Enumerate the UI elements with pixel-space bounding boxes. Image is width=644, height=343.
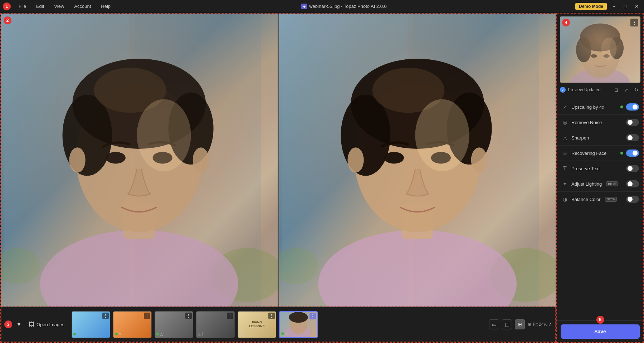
svg-point-41 bbox=[610, 37, 624, 59]
badge-2: 2 bbox=[4, 16, 11, 24]
balance-color-icon: ◑ bbox=[561, 196, 569, 203]
window-title-text: webinar-55.jpg - Topaz Photo AI 2.0.0 bbox=[309, 4, 387, 9]
save-area: 5 Save bbox=[557, 320, 643, 342]
preview-status-right: ⊡ ⤢ ↻ bbox=[612, 85, 640, 94]
feature-noise-left: ◎ Remove Noise bbox=[561, 119, 602, 126]
film-item-badge-2: ✎ bbox=[115, 332, 122, 336]
svg-rect-37 bbox=[595, 63, 605, 75]
refresh-button[interactable]: ↻ bbox=[632, 85, 640, 94]
open-images-button[interactable]: 🖼 Open Images bbox=[26, 320, 67, 329]
adjust-lighting-toggle[interactable] bbox=[626, 180, 639, 187]
feature-color-right bbox=[626, 196, 639, 203]
minimize-button[interactable]: − bbox=[610, 2, 618, 11]
save-button[interactable]: Save bbox=[561, 324, 640, 339]
canvas-area: 2 bbox=[1, 14, 556, 307]
feature-lighting-left: ✦ Adjust Lighting BETA bbox=[561, 180, 618, 187]
recovering-face-toggle[interactable] bbox=[626, 150, 639, 157]
film-item-3[interactable]: ⋮ △ bbox=[155, 311, 193, 338]
canvas-before bbox=[1, 14, 278, 307]
film-item-badge-3: △ bbox=[156, 332, 163, 336]
filmstrip-left-controls: 3 ▼ 🖼 Open Images bbox=[4, 320, 72, 329]
film-item-menu-2[interactable]: ⋮ bbox=[144, 313, 150, 319]
preview-updated-label: Preview Updated bbox=[568, 87, 600, 92]
preview-menu-button[interactable]: ⋮ bbox=[630, 19, 638, 26]
svg-point-28 bbox=[384, 152, 404, 164]
zoom-expand-icon[interactable]: ∧ bbox=[549, 322, 552, 327]
feature-adjust-lighting: ✦ Adjust Lighting BETA bbox=[557, 176, 643, 192]
expand-button[interactable]: ⤢ bbox=[622, 85, 630, 94]
feature-balance-color: ◑ Balance Color BETA bbox=[557, 192, 643, 207]
menu-bar: 1 File Edit View Account Help bbox=[3, 2, 113, 10]
recovering-face-label: Recovering Face bbox=[571, 151, 606, 156]
svg-point-31 bbox=[471, 147, 487, 173]
face-status-dot bbox=[620, 152, 623, 155]
demo-mode-button[interactable]: Demo Mode bbox=[575, 3, 607, 10]
menu-view[interactable]: View bbox=[52, 2, 66, 10]
preserve-text-icon: T bbox=[561, 165, 569, 172]
preview-check-icon: ✓ bbox=[560, 87, 566, 93]
balance-color-beta-badge: BETA bbox=[605, 197, 617, 202]
film-item-menu-5[interactable]: ⋮ bbox=[268, 313, 275, 319]
split-vertical-view-button[interactable]: ◫ bbox=[502, 319, 512, 329]
balance-color-label: Balance Color bbox=[571, 197, 601, 202]
film-item-menu-3[interactable]: ⋮ bbox=[185, 313, 192, 319]
app-logo-icon: ◆ bbox=[301, 4, 307, 9]
T-icon-2: T bbox=[243, 332, 245, 336]
feature-face-left: ☺ Recovering Face bbox=[561, 150, 606, 157]
preview-image bbox=[560, 16, 640, 83]
features-list: ↗ Upscaling by 4x ◎ Remove Noise bbox=[557, 98, 643, 320]
crop-button[interactable]: ⊡ bbox=[612, 85, 620, 94]
svg-point-12 bbox=[106, 152, 126, 164]
single-view-button[interactable]: ▭ bbox=[489, 319, 499, 329]
badge-3: 3 bbox=[4, 320, 12, 328]
before-image bbox=[1, 14, 278, 307]
svg-point-35 bbox=[289, 312, 308, 323]
titlebar: 1 File Edit View Account Help ◆ webinar-… bbox=[0, 0, 644, 13]
film-item-4[interactable]: ⋮ △ T bbox=[196, 311, 235, 338]
feature-remove-noise: ◎ Remove Noise bbox=[557, 115, 643, 130]
film-item-2[interactable]: ⋮ ✎ bbox=[113, 311, 152, 338]
zoom-icon: ⊕ bbox=[528, 322, 531, 327]
menu-help[interactable]: Help bbox=[99, 2, 113, 10]
film-item-menu-4[interactable]: ⋮ bbox=[227, 313, 233, 319]
main-area: 2 bbox=[0, 13, 644, 343]
balance-color-toggle[interactable] bbox=[626, 196, 639, 203]
face-recovery-icon: ☺ bbox=[561, 150, 569, 157]
sharpen-label: Sharpen bbox=[571, 135, 589, 141]
preserve-text-toggle[interactable] bbox=[626, 165, 639, 172]
svg-point-15 bbox=[193, 147, 209, 173]
circle-icon: ○ bbox=[77, 332, 79, 336]
preview-image-wrap: 4 ⋮ bbox=[560, 16, 640, 83]
face-icon: ☺ bbox=[285, 332, 289, 336]
zoom-label: Fit 24% bbox=[533, 322, 547, 327]
menu-file[interactable]: File bbox=[16, 2, 28, 10]
feature-lighting-right bbox=[626, 180, 639, 187]
feature-upscaling-right bbox=[620, 103, 639, 111]
left-panel: 2 bbox=[0, 13, 556, 343]
sharpen-toggle[interactable] bbox=[626, 134, 639, 141]
split-horizontal-view-button[interactable]: ⊞ bbox=[515, 319, 525, 329]
remove-noise-toggle[interactable] bbox=[626, 119, 639, 126]
film-item-6[interactable]: ⋮ ☺ bbox=[279, 311, 318, 338]
menu-account[interactable]: Account bbox=[72, 2, 93, 10]
green-dot-icon bbox=[73, 333, 76, 335]
feature-noise-right bbox=[626, 119, 639, 126]
film-item-badge-5: A T bbox=[239, 332, 245, 336]
film-item-1[interactable]: ⋮ ○ bbox=[72, 311, 110, 338]
menu-edit[interactable]: Edit bbox=[34, 2, 46, 10]
close-button[interactable]: ✕ bbox=[633, 2, 641, 11]
film-item-5[interactable]: PIANOLESSONS ⋮ A T bbox=[238, 311, 276, 338]
svg-point-43 bbox=[603, 54, 610, 58]
film-item-menu-6[interactable]: ⋮ bbox=[309, 313, 316, 319]
svg-point-42 bbox=[591, 54, 597, 58]
maximize-button[interactable]: □ bbox=[621, 2, 630, 11]
upscaling-toggle[interactable] bbox=[626, 103, 639, 111]
film-item-menu-1[interactable]: ⋮ bbox=[102, 313, 109, 319]
remove-noise-label: Remove Noise bbox=[571, 120, 602, 125]
svg-point-5 bbox=[40, 230, 238, 307]
collapse-filmstrip-button[interactable]: ▼ bbox=[15, 320, 23, 328]
film-item-badge-6: ☺ bbox=[281, 332, 289, 336]
badge-4: 4 bbox=[562, 19, 570, 26]
feature-recovering-face: ☺ Recovering Face bbox=[557, 146, 643, 161]
feature-color-left: ◑ Balance Color BETA bbox=[561, 196, 617, 203]
